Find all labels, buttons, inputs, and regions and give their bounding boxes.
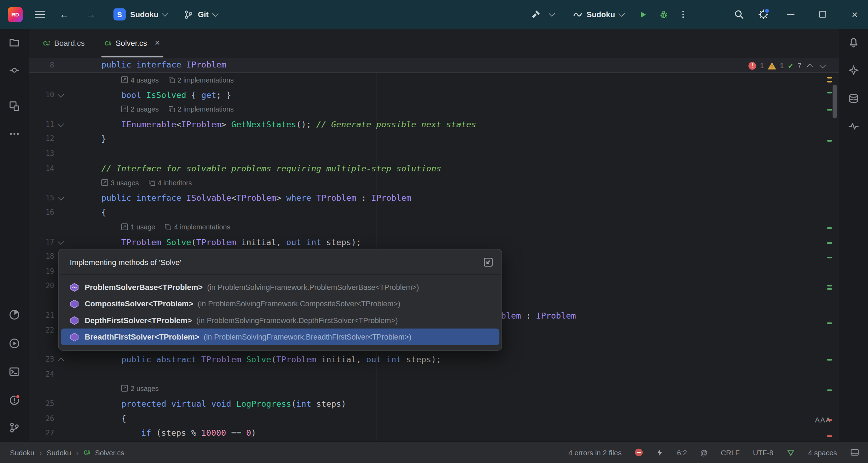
dnd-indicator-icon[interactable] [635,449,643,456]
at-symbol-icon[interactable]: @ [700,448,708,457]
code-line[interactable]: 27if (steps % 10000 == 0) [29,426,839,441]
code-line[interactable]: 23public abstract TProblem Solve(TProble… [29,352,839,367]
code-line[interactable]: 26{ [29,411,839,426]
commit-tool-button[interactable] [9,65,20,76]
search-everywhere-button[interactable] [734,9,744,19]
open-in-tool-window-icon[interactable] [483,256,494,268]
stripe-mark[interactable] [827,140,832,142]
project-tool-button[interactable] [9,37,20,48]
tab-solver-cs[interactable]: C# Solver.cs × [95,29,170,57]
popup-header[interactable]: Implementing methods of 'Solve' [59,249,502,275]
close-window-button[interactable]: × [849,9,860,20]
problems-tool-button[interactable] [9,394,20,406]
popup-item[interactable]: DepthFirstSolver<TProblem>(in ProblemSol… [61,312,499,328]
fold-toggle-icon[interactable] [54,88,69,102]
code-line[interactable]: 12} [29,132,839,147]
stripe-mark[interactable] [827,77,832,79]
line-ending-selector[interactable]: CRLF [721,448,740,457]
debug-button[interactable] [659,9,668,19]
code-line[interactable]: 1 usage4 implementations [29,220,839,235]
scrollbar-thumb[interactable] [833,85,837,118]
build-button[interactable] [531,9,540,19]
line-number[interactable]: 22 [29,323,54,338]
next-problem-button[interactable] [818,62,827,70]
stripe-mark[interactable] [827,288,832,290]
inlay-hint[interactable]: 2 implementations [169,106,234,113]
line-number[interactable]: 16 [29,205,54,220]
more-actions-button[interactable] [679,10,687,19]
previous-problem-button[interactable] [805,62,814,70]
monitoring-tool-button[interactable] [848,121,859,132]
fold-toggle-icon[interactable] [54,117,69,132]
version-control-tool-button[interactable] [9,422,20,433]
inlay-hint[interactable]: 2 usages [121,106,159,113]
line-number[interactable]: 12 [29,132,54,147]
fold-toggle-icon[interactable] [54,191,69,205]
run-tool-button[interactable] [9,338,20,349]
line-number[interactable]: 11 [29,117,54,132]
database-tool-button[interactable] [848,93,859,104]
ai-assistant-tool-button[interactable] [848,65,859,76]
tab-board-cs[interactable]: C# Board.cs [33,29,95,57]
inspection-profile-icon[interactable] [786,448,795,457]
inlay-hint[interactable]: 1 usage [121,223,155,231]
stripe-mark[interactable] [827,257,832,258]
font-size-widget[interactable]: AAA [815,416,831,424]
tool-window-layout-icon[interactable] [850,448,859,457]
line-number[interactable]: 21 [29,308,54,323]
inspections-widget[interactable]: 1 1 7 [748,59,827,73]
stripe-mark[interactable] [827,227,832,229]
breadcrumb-item[interactable]: Solver.cs [95,448,124,457]
profiler-tool-button[interactable] [9,309,20,320]
line-number[interactable]: 13 [29,147,54,161]
code-line[interactable]: 24 [29,367,839,382]
line-number[interactable]: 14 [29,161,54,176]
inlay-hint[interactable]: 4 implementations [165,223,230,231]
settings-button[interactable] [758,9,768,19]
popup-item[interactable]: ProblemSolverBase<TProblem>(in ProblemSo… [61,279,499,295]
stripe-mark[interactable] [827,435,832,437]
inlay-hint[interactable]: 2 implementations [169,76,234,84]
line-number[interactable]: 18 [29,250,54,264]
stripe-mark[interactable] [827,109,832,111]
code-line[interactable]: 25protected virtual void LogProgress(int… [29,397,839,411]
popup-item[interactable]: CompositeSolver<TProblem>(in ProblemSolv… [61,295,499,312]
inlay-hint[interactable]: 4 inheritors [149,179,192,187]
line-number[interactable]: 26 [29,411,54,426]
line-number[interactable]: 23 [29,352,54,367]
breadcrumb-item[interactable]: Sudoku [47,448,71,457]
power-save-icon[interactable] [656,449,664,456]
code-line[interactable]: 10bool IsSolved { get; } [29,88,839,102]
stripe-mark[interactable] [827,389,832,391]
run-button[interactable] [638,10,648,19]
line-number[interactable]: 20 [29,279,54,294]
code-line[interactable]: 13 [29,147,839,161]
more-tools-button[interactable] [9,128,20,140]
stripe-mark[interactable] [827,359,832,361]
stripe-mark[interactable] [827,285,832,287]
stripe-mark[interactable] [827,81,832,83]
code-line[interactable]: 3 usages4 inheritors [29,176,839,191]
line-number[interactable]: 24 [29,367,54,382]
line-number[interactable]: 10 [29,88,54,102]
encoding-selector[interactable]: UTF-8 [753,448,773,457]
line-number[interactable]: 15 [29,191,54,205]
fold-toggle-icon[interactable] [54,235,69,249]
minimize-button[interactable] [785,9,796,20]
code-line[interactable]: 16{ [29,205,839,220]
code-line[interactable]: 2 usages2 implementations [29,102,839,117]
code-line[interactable]: 11IEnumerable<IProblem> GetNextStates();… [29,117,839,132]
indent-config[interactable]: 4 spaces [808,448,837,457]
back-button[interactable]: ← [59,9,69,19]
sticky-line[interactable]: 8 public interface IProblem [29,57,839,73]
run-configuration-widget[interactable]: Sudoku [573,10,624,19]
stripe-mark[interactable] [827,92,832,94]
code-line[interactable]: 2 usages [29,382,839,397]
maximize-button[interactable] [817,9,828,20]
stripe-mark[interactable] [827,322,832,324]
line-number[interactable]: 17 [29,235,54,249]
main-menu-button[interactable] [35,11,45,18]
code-line[interactable]: 4 usages2 implementations [29,73,839,88]
structure-tool-button[interactable] [9,101,20,112]
inlay-hint[interactable]: 4 usages [121,76,159,84]
